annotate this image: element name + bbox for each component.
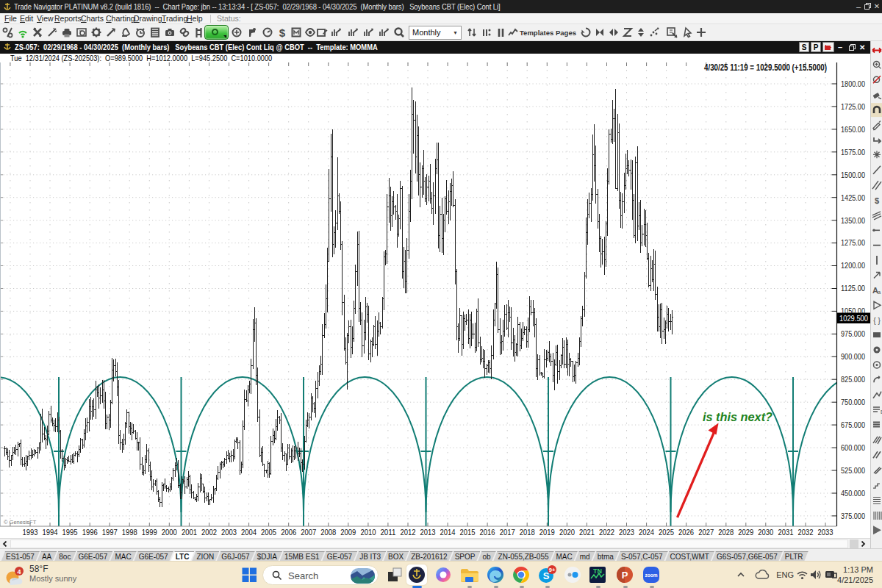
- svg-text:2003: 2003: [221, 528, 237, 537]
- svg-text:2019: 2019: [539, 528, 555, 537]
- svg-text:2008: 2008: [320, 528, 336, 537]
- svg-text:{ }: { }: [873, 317, 881, 325]
- svg-text:2009: 2009: [340, 528, 356, 537]
- svg-text:1996: 1996: [82, 528, 98, 537]
- svg-text:1500.00: 1500.00: [841, 171, 865, 179]
- svg-text:1350.00: 1350.00: [841, 216, 865, 225]
- svg-text:2018: 2018: [520, 528, 535, 537]
- svg-text:2007: 2007: [301, 528, 316, 537]
- svg-text:375.000: 375.000: [841, 512, 865, 520]
- svg-text:2022: 2022: [599, 528, 614, 537]
- svg-text:2014: 2014: [440, 528, 456, 537]
- svg-text:2017: 2017: [500, 528, 515, 537]
- svg-text:2026: 2026: [678, 528, 694, 537]
- svg-text:2006: 2006: [281, 528, 296, 537]
- svg-text:600.000: 600.000: [841, 443, 865, 452]
- svg-text:750.000: 750.000: [841, 398, 865, 406]
- svg-text:1029.500: 1029.500: [839, 314, 868, 323]
- svg-text:2004: 2004: [241, 528, 257, 537]
- svg-text:1994: 1994: [43, 528, 58, 537]
- svg-text:1999: 1999: [142, 528, 157, 537]
- svg-text:2033: 2033: [818, 528, 833, 537]
- svg-text:$: $: [875, 196, 879, 205]
- svg-text:2016: 2016: [480, 528, 495, 537]
- svg-text:1575.00: 1575.00: [841, 148, 865, 157]
- svg-text:Pages: Pages: [556, 29, 576, 37]
- svg-text:525.000: 525.000: [841, 466, 865, 475]
- svg-text:2005: 2005: [261, 528, 276, 537]
- svg-text:2021: 2021: [579, 528, 595, 537]
- svg-text:1995: 1995: [62, 528, 78, 537]
- svg-text:1998: 1998: [122, 528, 137, 537]
- svg-text:1993: 1993: [23, 528, 38, 537]
- svg-text:450.000: 450.000: [841, 489, 865, 498]
- svg-text:675.000: 675.000: [841, 420, 865, 429]
- svg-text:2030: 2030: [758, 528, 773, 537]
- svg-text:900.000: 900.000: [841, 352, 865, 361]
- svg-text:$: $: [279, 26, 286, 39]
- svg-text:1125.00: 1125.00: [841, 284, 865, 293]
- svg-text:2013: 2013: [420, 528, 436, 537]
- svg-text:2032: 2032: [798, 528, 814, 537]
- svg-text:2002: 2002: [201, 528, 217, 537]
- svg-text:Templates: Templates: [520, 29, 553, 37]
- svg-text:975.000: 975.000: [841, 329, 865, 338]
- svg-text:2010: 2010: [360, 528, 376, 537]
- svg-text:2015: 2015: [460, 528, 476, 537]
- svg-text:825.000: 825.000: [841, 375, 865, 384]
- svg-text:zoom: zoom: [645, 573, 658, 578]
- svg-text:1725.00: 1725.00: [841, 102, 865, 111]
- svg-text:1650.00: 1650.00: [841, 125, 865, 134]
- svg-text:2031: 2031: [778, 528, 793, 537]
- svg-text:a: a: [878, 289, 881, 295]
- svg-text:1275.00: 1275.00: [841, 238, 865, 247]
- svg-text:1997: 1997: [102, 528, 118, 537]
- svg-text:9+: 9+: [549, 567, 556, 573]
- svg-text:P: P: [622, 570, 628, 581]
- svg-text:1425.00: 1425.00: [841, 193, 865, 202]
- svg-text:2012: 2012: [401, 528, 416, 537]
- svg-text:2001: 2001: [182, 528, 197, 537]
- svg-text:4: 4: [17, 568, 21, 576]
- svg-text:1800.00: 1800.00: [841, 79, 865, 88]
- svg-text:1200.00: 1200.00: [841, 261, 865, 270]
- svg-text:2020: 2020: [559, 528, 575, 537]
- svg-text:© GenesisFT: © GenesisFT: [4, 519, 37, 526]
- svg-text:2011: 2011: [380, 528, 395, 537]
- svg-text:2025: 2025: [659, 528, 674, 537]
- svg-text:2000: 2000: [162, 528, 177, 537]
- svg-text:2024: 2024: [639, 528, 654, 537]
- svg-text:2023: 2023: [619, 528, 634, 537]
- svg-text:4/30/25 11:19 = 1029.5000 (+15: 4/30/25 11:19 = 1029.5000 (+15.5000): [704, 62, 827, 73]
- svg-text:2027: 2027: [698, 528, 714, 537]
- svg-text:2029: 2029: [738, 528, 753, 537]
- svg-text:is this next?: is this next?: [703, 411, 772, 423]
- svg-text:TN: TN: [593, 567, 602, 575]
- svg-text:2028: 2028: [718, 528, 734, 537]
